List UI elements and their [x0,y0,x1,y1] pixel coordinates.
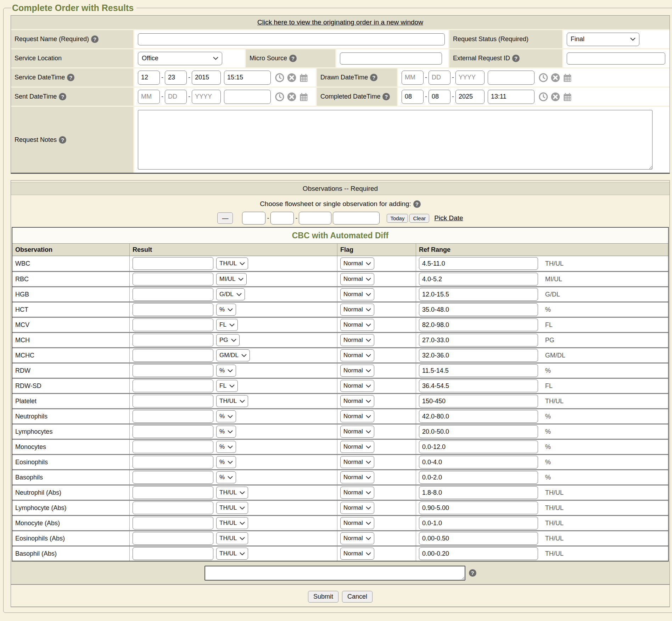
clear-icon[interactable] [287,92,297,102]
result-input[interactable] [133,547,213,560]
flag-select[interactable]: Normal [340,456,374,468]
view-originating-order-link[interactable]: Click here to view the originating order… [257,18,423,26]
flag-select[interactable]: Normal [340,273,374,285]
year-input[interactable] [192,90,221,104]
result-unit-select[interactable]: GM/DL [216,349,250,361]
calendar-icon[interactable] [562,73,572,83]
result-unit-select[interactable]: TH/UL [216,395,248,407]
ref-range-input[interactable] [419,517,538,529]
help-icon[interactable]: ? [289,55,297,62]
clock-icon[interactable] [538,73,548,83]
ref-range-input[interactable] [419,410,538,423]
service-location-select[interactable]: Office [138,52,222,65]
result-input[interactable] [133,334,213,346]
ref-range-input[interactable] [419,425,538,438]
result-input[interactable] [133,273,213,285]
day-input[interactable] [429,71,450,85]
picker-year-input[interactable] [299,212,331,224]
ref-range-input[interactable] [419,257,538,270]
flag-select[interactable]: Normal [340,349,374,361]
day-input[interactable] [165,71,187,85]
result-unit-select[interactable]: % [216,304,236,316]
time-input[interactable] [224,71,271,85]
result-unit-select[interactable]: TH/UL [216,517,248,529]
result-input[interactable] [133,395,213,407]
help-icon[interactable]: ? [512,55,520,62]
result-unit-select[interactable]: % [216,456,236,468]
month-input[interactable] [402,71,424,85]
result-unit-select[interactable]: % [216,410,236,422]
external-request-id-input[interactable] [567,52,665,65]
flag-select[interactable]: Normal [340,257,374,270]
result-unit-select[interactable]: FL [216,319,238,331]
time-input[interactable] [488,90,534,104]
request-status-select[interactable]: Final [567,33,639,46]
ref-range-input[interactable] [419,334,538,346]
result-input[interactable] [133,471,213,484]
request-notes-textarea[interactable] [138,110,653,170]
result-unit-select[interactable]: G/DL [216,288,245,300]
result-input[interactable] [133,349,213,362]
picker-month-input[interactable] [242,212,265,224]
ref-range-input[interactable] [419,395,538,407]
clear-icon[interactable] [550,73,560,83]
ref-range-input[interactable] [419,532,538,545]
ref-range-input[interactable] [419,379,538,392]
result-unit-select[interactable]: TH/UL [216,532,248,544]
help-icon[interactable]: ? [67,74,74,81]
flag-select[interactable]: Normal [340,487,374,499]
ref-range-input[interactable] [419,547,538,560]
result-input[interactable] [133,425,213,438]
result-input[interactable] [133,364,213,377]
year-input[interactable] [192,71,221,85]
clear-icon[interactable] [550,92,560,102]
result-input[interactable] [133,288,213,301]
ref-range-input[interactable] [419,364,538,377]
flag-select[interactable]: Normal [340,288,374,300]
flag-select[interactable]: Normal [340,395,374,407]
today-button[interactable]: Today [387,214,408,223]
flag-select[interactable]: Normal [340,517,374,529]
help-icon[interactable]: ? [59,136,66,144]
flag-select[interactable]: Normal [340,304,374,316]
help-icon[interactable]: ? [91,35,99,43]
result-input[interactable] [133,410,213,423]
submit-button[interactable]: Submit [308,591,338,603]
result-input[interactable] [133,440,213,453]
flag-select[interactable]: Normal [340,548,374,560]
result-input[interactable] [133,456,213,468]
ref-range-input[interactable] [419,471,538,484]
clear-button[interactable]: Clear [409,214,429,223]
month-input[interactable] [138,71,160,85]
bottom-note-textarea[interactable] [205,566,465,581]
result-unit-select[interactable]: % [216,426,236,438]
result-input[interactable] [133,486,213,499]
clock-icon[interactable] [275,92,285,102]
time-input[interactable] [224,90,271,104]
year-input[interactable] [455,71,485,85]
ref-range-input[interactable] [419,501,538,514]
remove-button[interactable]: — [217,212,233,224]
clock-icon[interactable] [275,73,285,83]
result-unit-select[interactable]: % [216,471,236,483]
result-unit-select[interactable]: % [216,365,236,377]
ref-range-input[interactable] [419,440,538,453]
help-icon[interactable]: ? [469,569,476,577]
request-name-input[interactable] [138,33,445,45]
day-input[interactable] [165,90,187,104]
result-input[interactable] [133,318,213,331]
result-input[interactable] [133,501,213,514]
pick-date-link[interactable]: Pick Date [434,214,463,222]
flag-select[interactable]: Normal [340,334,374,346]
result-input[interactable] [133,379,213,392]
picker-day-input[interactable] [270,212,294,224]
year-input[interactable] [455,90,485,104]
help-icon[interactable]: ? [382,93,390,100]
result-unit-select[interactable]: FL [216,380,238,392]
result-unit-select[interactable]: TH/UL [216,257,248,270]
day-input[interactable] [429,90,450,104]
help-icon[interactable]: ? [370,74,377,81]
ref-range-input[interactable] [419,318,538,331]
result-unit-select[interactable]: MI/UL [216,273,247,285]
ref-range-input[interactable] [419,288,538,301]
